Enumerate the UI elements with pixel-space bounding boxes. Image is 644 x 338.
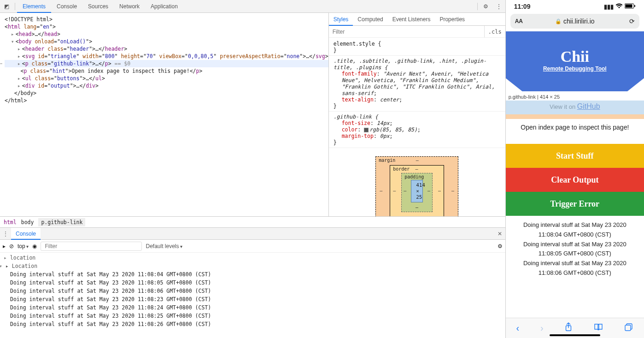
log-row[interactable]: Doing interval stuff at Sat May 23 2020 …	[0, 295, 505, 303]
battery-icon	[625, 3, 636, 10]
safari-toolbar: ‹ ›	[506, 318, 644, 338]
lock-icon: 🔒	[555, 18, 562, 24]
buttons: Start Stuff Clear Output Trigger Error	[506, 144, 644, 216]
log-row[interactable]: ▸ Location	[0, 262, 505, 270]
hero-title: Chii	[510, 48, 639, 65]
share-icon[interactable]	[564, 322, 573, 334]
tab-sources[interactable]: Sources	[82, 0, 114, 13]
tab-computed[interactable]: Computed	[353, 13, 387, 26]
rule-github-link[interactable]: .github-link { font-size: 14px; color: r…	[334, 113, 501, 146]
dom-head[interactable]: ▸<head>…</head>	[5, 30, 328, 38]
reload-icon[interactable]: ⟳	[629, 18, 635, 25]
separator	[15, 3, 15, 10]
url-text: chii.liriliri.io	[563, 18, 595, 25]
dom-svg[interactable]: ▸<svg id="triangle" width="800" height="…	[5, 53, 328, 60]
rule-element-style[interactable]: element.style { }	[334, 41, 501, 53]
tab-console[interactable]: Console	[51, 0, 82, 13]
dom-body-close[interactable]: </body>	[5, 89, 328, 97]
page-viewport[interactable]: Chii Remote Debugging Tool p.github-link…	[506, 31, 644, 318]
cls-toggle[interactable]: .cls	[484, 26, 505, 37]
console-drawer: ⋮ Console ✕ ▸ ⊘ top ◉ Default levels ⚙ l…	[0, 227, 505, 338]
tab-network[interactable]: Network	[114, 0, 145, 13]
dom-html-close[interactable]: </html>	[5, 97, 328, 104]
hint-text: Open index page to inspect this page!	[506, 119, 644, 144]
dom-ul-buttons[interactable]: ▸<ul class="buttons">…</ul>	[5, 75, 328, 82]
output-line: Doing interval stuff at Sat May 23 2020 …	[511, 220, 638, 240]
home-indicator	[550, 334, 600, 336]
gear-icon[interactable]: ⚙	[480, 3, 492, 10]
hero: Chii Remote Debugging Tool	[506, 31, 644, 91]
gear-icon[interactable]: ⚙	[498, 243, 503, 249]
clock: 11:09	[514, 3, 531, 10]
dom-header[interactable]: ▸<header class="header">…</header>	[5, 45, 328, 53]
crumb-selected[interactable]: p.github-link	[38, 218, 85, 226]
dom-div-output[interactable]: ▸<div id="output">…</div>	[5, 82, 328, 89]
main-tabbar: ◩ Elements Console Sources Network Appli…	[0, 0, 505, 13]
context-select[interactable]: top	[18, 243, 29, 249]
play-icon[interactable]: ▸	[3, 243, 6, 249]
log-levels-select[interactable]: Default levels	[146, 243, 182, 249]
log-row[interactable]: Doing interval stuff at Sat May 23 2020 …	[0, 270, 505, 279]
clear-console-icon[interactable]: ⊘	[9, 243, 14, 249]
log-row[interactable]: Doing interval stuff at Sat May 23 2020 …	[0, 287, 505, 295]
tab-properties[interactable]: Properties	[435, 13, 469, 26]
close-icon[interactable]: ✕	[494, 231, 505, 237]
crumb-html[interactable]: html	[4, 219, 17, 225]
box-model[interactable]: margin – – – 14 border – – – – padding	[334, 150, 501, 216]
devtools-panel: ◩ Elements Console Sources Network Appli…	[0, 0, 506, 338]
dom-doctype[interactable]: <!DOCTYPE html>	[5, 16, 53, 23]
bookmarks-icon[interactable]	[594, 323, 603, 333]
svg-rect-5	[625, 325, 631, 331]
dom-p-hint[interactable]: <p class="hint">Open index page to inspe…	[5, 67, 328, 75]
tabs-icon[interactable]	[624, 323, 633, 333]
color-swatch-icon[interactable]	[364, 128, 369, 132]
tab-elements[interactable]: Elements	[17, 0, 51, 13]
dom-body-open[interactable]: ▾<body onload="onLoad()">	[5, 38, 328, 45]
styles-tabs: Styles Computed Event Listeners Properti…	[329, 13, 505, 26]
tab-event-listeners[interactable]: Event Listeners	[388, 13, 435, 26]
log-row[interactable]: Doing interval stuff at Sat May 23 2020 …	[0, 320, 505, 328]
log-row[interactable]: Doing interval stuff at Sat May 23 2020 …	[0, 312, 505, 320]
kebab-icon[interactable]: ⋮	[492, 3, 505, 10]
inspect-tooltip: p.github-link | 414 × 25	[506, 91, 644, 101]
tab-styles[interactable]: Styles	[329, 13, 353, 26]
styles-sidebar: Styles Computed Event Listeners Properti…	[328, 13, 505, 216]
tab-application[interactable]: Application	[145, 0, 183, 13]
dom-html-open[interactable]: <html lang="en">	[5, 23, 328, 30]
eye-icon[interactable]: ◉	[32, 243, 37, 249]
phone-preview: 11:09 ▮▮▮ AA 🔒 chii.liriliri.io ⟳ Chii R…	[506, 0, 644, 338]
output-line: Doing interval stuff at Sat May 23 2020 …	[511, 240, 638, 259]
svg-rect-1	[626, 4, 632, 7]
status-bar: 11:09 ▮▮▮	[506, 0, 644, 13]
kebab-icon[interactable]: ⋮	[0, 231, 11, 237]
wifi-icon	[615, 3, 623, 10]
breadcrumb: html body p.github-link	[0, 216, 505, 227]
output-line: Doing interval stuff at Sat May 23 2020 …	[511, 259, 638, 278]
forward-icon[interactable]: ›	[540, 323, 544, 333]
dom-p-github-link[interactable]: ⋯ ▸<p class="github-link">…</p> == $0	[5, 60, 328, 67]
drawer-tab-console[interactable]: Console	[11, 228, 41, 240]
clear-output-button[interactable]: Clear Output	[506, 168, 644, 192]
console-filter-input[interactable]	[41, 242, 142, 251]
separator	[477, 3, 478, 10]
text-size-button[interactable]: AA	[515, 18, 523, 24]
svg-rect-2	[634, 5, 635, 7]
start-stuff-button[interactable]: Start Stuff	[506, 144, 644, 168]
trigger-error-button[interactable]: Trigger Error	[506, 192, 644, 216]
github-link-highlight: View it on GitHub	[506, 101, 644, 114]
output-log: Doing interval stuff at Sat May 23 2020 …	[506, 216, 644, 283]
signal-icon: ▮▮▮	[604, 3, 614, 10]
crumb-body[interactable]: body	[21, 219, 34, 225]
log-row[interactable]: Doing interval stuff at Sat May 23 2020 …	[0, 303, 505, 312]
url-bar[interactable]: AA 🔒 chii.liriliri.io ⟳	[510, 14, 639, 29]
console-output[interactable]: location ▸ Location Doing interval stuff…	[0, 253, 505, 338]
log-row[interactable]: location	[0, 254, 505, 262]
rule-shared[interactable]: .title, .subtitle, .github-link, .hint, …	[334, 58, 501, 109]
inspect-icon[interactable]: ◩	[0, 3, 13, 10]
hero-subtitle-link[interactable]: Remote Debugging Tool	[543, 65, 607, 72]
elements-tree[interactable]: <!DOCTYPE html> <html lang="en"> ▸<head>…	[0, 13, 328, 216]
log-row[interactable]: Doing interval stuff at Sat May 23 2020 …	[0, 279, 505, 287]
back-icon[interactable]: ‹	[516, 323, 520, 333]
styles-filter-input[interactable]	[329, 26, 484, 37]
